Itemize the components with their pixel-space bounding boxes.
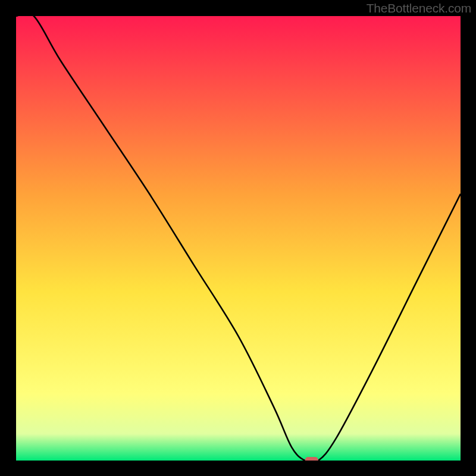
gradient-background: [16, 16, 461, 461]
chart-frame: TheBottleneck.com: [0, 0, 476, 476]
optimal-marker: [305, 457, 318, 461]
watermark-text: TheBottleneck.com: [367, 1, 471, 15]
bottleneck-chart: [16, 16, 461, 461]
